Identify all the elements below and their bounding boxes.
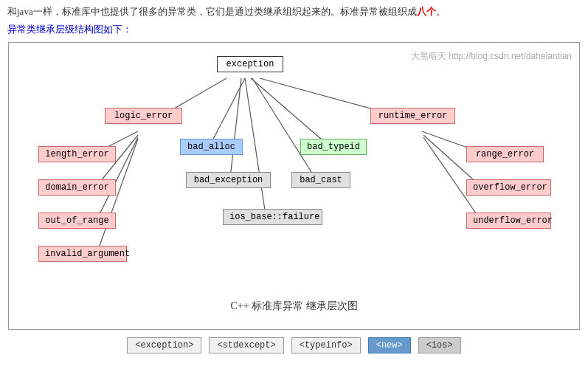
node-bad-typeid: bad_typeid — [300, 139, 367, 155]
intro-paragraph: 和java一样，标准库中也提供了很多的异常类，它们是通过类继承组织起来的。标准异… — [7, 4, 581, 20]
node-overflow-error: overflow_error — [466, 179, 551, 196]
node-length-error: length_error — [38, 146, 116, 162]
svg-line-5 — [230, 78, 241, 178]
node-underflow-error: underflow_error — [466, 213, 551, 229]
tag-new[interactable]: <new> — [368, 337, 411, 353]
bottom-tags-row: <exception> <stdexcept> <typeinfo> <new>… — [7, 334, 581, 356]
svg-line-4 — [251, 78, 328, 145]
node-bad-alloc: bad_alloc — [180, 139, 243, 155]
diagram-title: C++ 标准库异常 继承层次图 — [230, 300, 357, 313]
diagram-area: 大黑暗天 http://blog.csdn.net/daheiantian — [8, 42, 580, 330]
svg-line-6 — [252, 78, 315, 178]
node-bad-exception: bad_exception — [186, 172, 271, 188]
tag-stdexcept[interactable]: <stdexcept> — [209, 337, 283, 353]
tag-ios[interactable]: <ios> — [418, 337, 461, 353]
tag-exception[interactable]: <exception> — [127, 337, 201, 353]
node-bad-cast: bad_cast — [291, 172, 350, 188]
node-logic-error: logic_error — [105, 108, 182, 124]
node-ios-base-failure: ios_base::failure — [223, 209, 322, 225]
intro-text-before: 和java一样，标准库中也提供了很多的异常类，它们是通过类继承组织起来的。标准异… — [7, 6, 417, 17]
node-runtime-error: runtime_error — [370, 108, 455, 124]
svg-line-7 — [245, 78, 266, 215]
highlight-text: 八个 — [417, 6, 436, 17]
intro-text-after: 。 — [436, 6, 446, 17]
node-invalid-argument: invalid_argument — [38, 246, 127, 262]
node-domain-error: domain_error — [38, 179, 116, 196]
tag-typeinfo[interactable]: <typeinfo> — [291, 337, 361, 353]
node-exception: exception — [217, 56, 283, 72]
node-range-error: range_error — [466, 146, 544, 162]
subtext: 异常类继承层级结构图如下： — [7, 23, 581, 36]
svg-line-3 — [210, 78, 245, 145]
watermark-text: 大黑暗天 http://blog.csdn.net/daheiantian — [411, 50, 572, 63]
node-out-of-range: out_of_range — [38, 213, 116, 229]
